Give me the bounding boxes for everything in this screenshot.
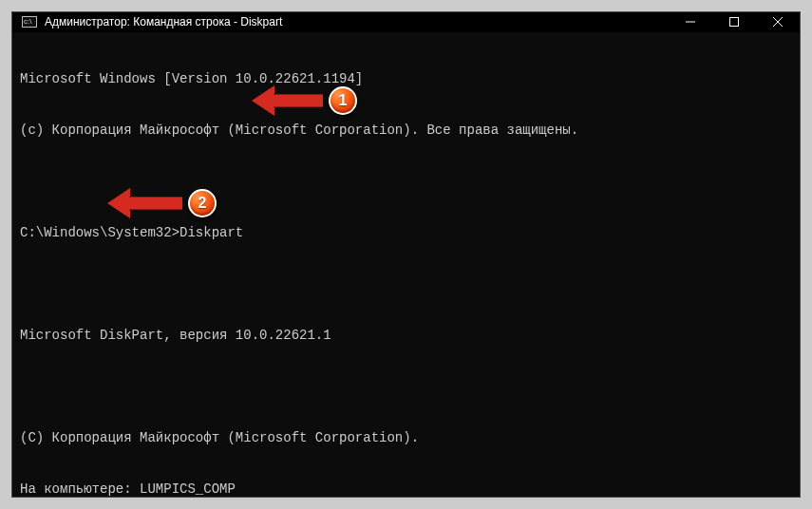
output-line: (C) Корпорация Майкрософт (Microsoft Cor… [20, 429, 792, 446]
maximize-button[interactable] [712, 12, 756, 32]
minimize-button[interactable] [669, 12, 712, 32]
titlebar[interactable]: c:\ Администратор: Командная строка - Di… [12, 12, 800, 32]
annotation-2: 2 [107, 188, 217, 218]
terminal-output[interactable]: Microsoft Windows [Version 10.0.22621.11… [12, 32, 800, 497]
window-controls [669, 12, 800, 32]
output-line: Microsoft Windows [Version 10.0.22621.11… [20, 70, 792, 87]
svg-rect-1 [730, 18, 739, 27]
output-line: C:\Windows\System32>Diskpart [20, 224, 792, 241]
command-prompt-window: c:\ Администратор: Командная строка - Di… [11, 11, 801, 498]
output-line [20, 275, 792, 292]
arrow-left-icon [107, 188, 130, 218]
output-line: Microsoft DiskPart, версия 10.0.22621.1 [20, 327, 792, 344]
step-badge-2: 2 [188, 189, 217, 217]
output-line [20, 378, 792, 395]
step-badge-1: 1 [329, 86, 357, 115]
cmd-icon: c:\ [22, 16, 37, 28]
annotation-1: 1 [252, 85, 357, 116]
output-line: (c) Корпорация Майкрософт (Microsoft Cor… [20, 122, 792, 139]
arrow-left-icon [252, 85, 274, 116]
output-line [20, 173, 792, 190]
close-button[interactable] [756, 12, 800, 32]
output-line: На компьютере: LUMPICS_COMP [20, 481, 792, 497]
window-title: Администратор: Командная строка - Diskpa… [45, 15, 282, 28]
